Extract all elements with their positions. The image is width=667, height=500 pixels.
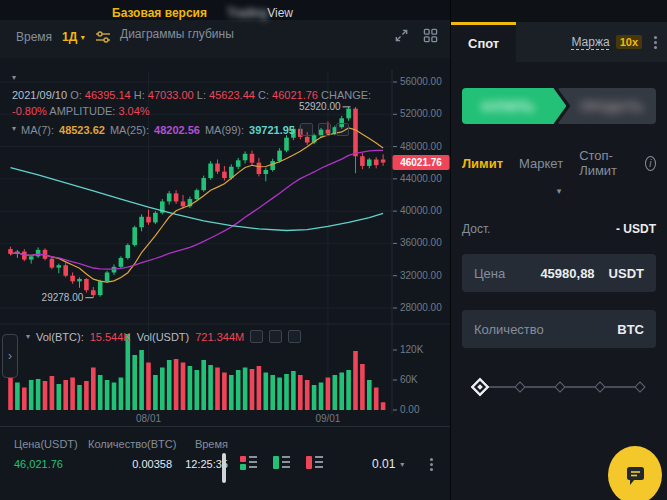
order-type-tabs: Лимит Маркет Стоп-Лимит i xyxy=(462,148,656,178)
svg-text:08/01: 08/01 xyxy=(136,413,161,424)
recent-trades-bar: Цена(USDT) Количество(BTC) Время 46,021.… xyxy=(0,426,450,500)
slider-handle[interactable] xyxy=(471,378,489,396)
tab-limit[interactable]: Лимит xyxy=(462,156,503,171)
support-chat-button[interactable] xyxy=(608,446,662,500)
svg-text:48000.00: 48000.00 xyxy=(400,141,442,152)
svg-text:52000.00: 52000.00 xyxy=(400,108,442,119)
buy-button[interactable]: КУПИТЬ xyxy=(462,88,566,124)
volume-caret-icon[interactable]: ▾ xyxy=(26,332,30,341)
collapse-caret-icon[interactable]: ▾ xyxy=(12,70,371,86)
chart-panel: Время 1Д ▾ Базовая версия TradingView Ди… xyxy=(0,0,450,500)
svg-text:44000.00: 44000.00 xyxy=(400,173,442,184)
panel-menu-icon[interactable] xyxy=(654,41,657,44)
svg-text:120K: 120K xyxy=(400,344,424,355)
indicator-settings-button[interactable] xyxy=(318,123,331,136)
ma-caret-icon[interactable]: ▾ xyxy=(12,121,16,137)
ohlc-info: ▾ 2021/09/10 O: 46395.14 H: 47033.00 L: … xyxy=(12,70,371,138)
svg-text:36000.00: 36000.00 xyxy=(400,237,442,248)
amount-slider[interactable] xyxy=(480,378,640,396)
svg-text:09/01: 09/01 xyxy=(315,413,340,424)
price-input[interactable]: Цена 45980,88 USDT xyxy=(462,254,656,292)
caret-down-icon: ▾ xyxy=(400,460,404,469)
market-tabs: Спот Маржа 10x xyxy=(451,22,667,62)
indicators-icon[interactable] xyxy=(95,30,111,44)
slider-stop-50[interactable] xyxy=(554,381,565,392)
svg-text:32000.00: 32000.00 xyxy=(400,270,442,281)
amount-input[interactable]: Количество BTC xyxy=(462,310,656,348)
panel-top-strip xyxy=(451,0,667,22)
tab-spot[interactable]: Спот xyxy=(451,22,516,62)
svg-text:29278.00: 29278.00 xyxy=(42,292,84,303)
precision-dropdown[interactable]: 0.01▾ xyxy=(372,457,404,471)
ohlc-line-1: 2021/09/10 O: 46395.14 H: 47033.00 L: 45… xyxy=(12,87,371,103)
tab-depth-chart[interactable]: Диаграммы глубины xyxy=(120,27,293,42)
chart-toolbar: Время 1Д ▾ Базовая версия TradingView Ди… xyxy=(0,20,450,58)
volume-settings-button[interactable] xyxy=(269,330,282,343)
chart-area: 56000.0052000.0048000.0044000.0040000.00… xyxy=(0,58,450,426)
grid-layout-icon[interactable] xyxy=(423,28,438,43)
trades-headers: Цена(USDT) Количество(BTC) Время xyxy=(14,438,228,450)
trade-time: 12:25:35 xyxy=(172,458,228,470)
info-icon[interactable]: i xyxy=(645,156,656,171)
ma-info: ▾ MA(7): 48523.62 MA(25): 48202.56 MA(99… xyxy=(12,121,371,138)
available-balance: Дост. - USDT xyxy=(462,222,656,236)
trade-amount: 0.00358 xyxy=(88,458,172,470)
orderbook-sell-view-icon[interactable] xyxy=(306,456,323,470)
svg-text:28000.00: 28000.00 xyxy=(400,302,442,313)
tab-basic-version[interactable]: Базовая версия xyxy=(112,6,207,21)
volume-delete-button[interactable] xyxy=(288,330,301,343)
ohlc-line-2: -0.80% AMPLITUDE: 3.04% xyxy=(12,103,371,119)
margin-leverage-badge[interactable]: 10x xyxy=(616,35,642,49)
order-panel: Спот Маржа 10x КУПИТЬ ПРОДАТЬ Лимит Марк… xyxy=(450,0,667,500)
trading-app: Время 1Д ▾ Базовая версия TradingView Ди… xyxy=(0,0,667,500)
indicator-eye-button[interactable] xyxy=(300,123,313,136)
orderbook-both-view-icon[interactable] xyxy=(240,456,257,470)
svg-text:40000.00: 40000.00 xyxy=(400,205,442,216)
tab-stop-limit[interactable]: Стоп-Лимит xyxy=(579,148,629,178)
order-type-caret-icon[interactable]: ▾ xyxy=(462,186,656,196)
margin-link[interactable]: Маржа xyxy=(571,35,609,49)
tab-market[interactable]: Маркет xyxy=(519,156,563,171)
slider-stop-75[interactable] xyxy=(594,381,605,392)
trade-price: 46,021.76 xyxy=(14,458,88,470)
caret-down-icon: ▾ xyxy=(81,33,85,42)
time-label: Время xyxy=(16,30,52,44)
slider-stop-25[interactable] xyxy=(514,381,525,392)
volume-eye-button[interactable] xyxy=(250,330,263,343)
tab-tradingview[interactable]: TradingView xyxy=(227,6,293,21)
trades-menu-icon[interactable] xyxy=(430,463,433,466)
orderbook-buy-view-icon[interactable] xyxy=(273,456,290,470)
slider-stop-100[interactable] xyxy=(634,381,645,392)
svg-text:60K: 60K xyxy=(400,374,418,385)
panel-expander-button[interactable]: › xyxy=(2,334,18,378)
fullscreen-icon[interactable] xyxy=(394,28,409,43)
svg-text:56000.00: 56000.00 xyxy=(400,76,442,87)
trade-row[interactable]: 46,021.76 0.00358 12:25:35 xyxy=(14,458,228,470)
interval-selector[interactable]: 1Д ▾ xyxy=(62,30,85,44)
scrollbar-thumb[interactable] xyxy=(222,453,226,483)
indicator-delete-button[interactable] xyxy=(336,123,349,136)
chat-icon xyxy=(622,462,648,488)
svg-text:0.00: 0.00 xyxy=(400,404,420,415)
sell-button[interactable]: ПРОДАТЬ xyxy=(557,88,656,124)
volume-info: ▾ Vol(BTC):15.544K Vol(USDT)721.344M xyxy=(26,330,301,343)
svg-text:46021.76: 46021.76 xyxy=(400,157,442,168)
